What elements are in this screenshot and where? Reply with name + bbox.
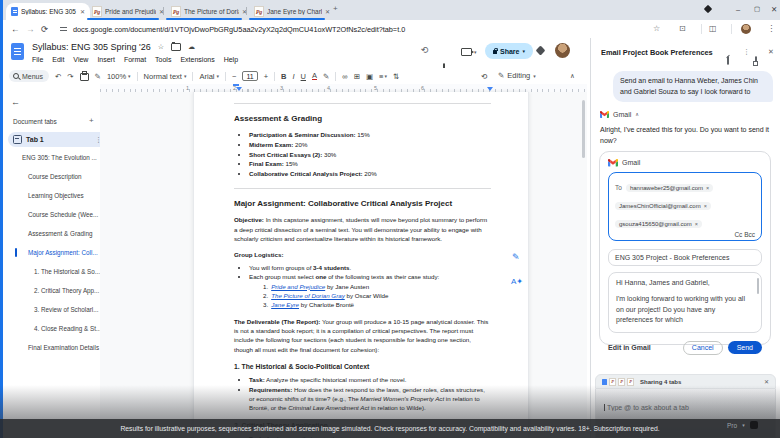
- move-to-folder-icon[interactable]: [171, 43, 181, 51]
- back-button[interactable]: ←: [11, 25, 20, 34]
- highlight-color-icon[interactable]: ✎: [323, 72, 329, 81]
- zoom-select[interactable]: 100%▾: [107, 72, 131, 81]
- outline-item[interactable]: 3. Review of Scholarl...: [34, 306, 98, 313]
- hide-outline-icon[interactable]: ←: [11, 98, 20, 107]
- paint-format-icon[interactable]: ✎: [95, 72, 101, 81]
- meet-video-icon[interactable]: ▾: [461, 48, 477, 56]
- insert-link-icon[interactable]: ∞: [342, 72, 347, 81]
- book-link-jane-eyre[interactable]: Jane Eyre: [271, 301, 299, 308]
- tab-close-icon[interactable]: ✕: [325, 8, 330, 15]
- panel-menu-icon[interactable]: ⋮: [743, 48, 750, 56]
- menu-help[interactable]: Help: [224, 56, 238, 63]
- window-maximize-button[interactable]: ▢: [754, 5, 760, 13]
- font-size-input[interactable]: 11: [242, 71, 257, 81]
- outline-item[interactable]: Assessment & Grading: [28, 230, 92, 237]
- model-selector[interactable]: Pro: [727, 422, 737, 429]
- last-edit-icon[interactable]: ⟲: [481, 72, 487, 81]
- right-indent-marker[interactable]: [487, 87, 493, 91]
- subject-field[interactable]: ENG 305 Project - Book Preferences: [608, 249, 762, 266]
- decrease-font-size-button[interactable]: −: [232, 72, 236, 81]
- book-link-pride-and-prejudice[interactable]: Pride and Prejudice: [271, 283, 325, 290]
- share-button[interactable]: Share ▾: [485, 43, 533, 59]
- edit-in-gmail-link[interactable]: Edit in Gmail: [608, 344, 651, 351]
- remove-recipient-icon[interactable]: ×: [706, 185, 709, 191]
- body-scrollbar[interactable]: [757, 278, 760, 294]
- stop-generate-button[interactable]: [750, 421, 758, 429]
- menu-edit[interactable]: Edit: [52, 56, 64, 63]
- tab-close-icon[interactable]: ✕: [80, 8, 85, 15]
- gmail-source-chip[interactable]: Gmail ∧: [600, 111, 639, 118]
- menu-view[interactable]: View: [73, 56, 88, 63]
- search-menus-button[interactable]: Menus: [9, 70, 49, 82]
- menu-file[interactable]: File: [32, 56, 43, 63]
- editing-mode-select[interactable]: ✎ Editing ▾: [498, 71, 536, 80]
- send-button[interactable]: Send: [728, 341, 762, 354]
- outline-item[interactable]: Course Schedule (Wee...: [28, 211, 98, 218]
- left-indent-marker[interactable]: [236, 87, 242, 91]
- outline-item[interactable]: 1. The Historical & So...: [34, 268, 100, 275]
- outline-item[interactable]: 4. Close Reading & St...: [34, 325, 101, 332]
- gemini-write-pen-icon[interactable]: ✎: [512, 252, 520, 262]
- tab-search-icon[interactable]: ◫: [709, 25, 717, 33]
- menu-extensions[interactable]: Extensions: [180, 56, 214, 63]
- reload-button[interactable]: ⟳: [41, 25, 48, 34]
- gemini-spark-icon[interactable]: [704, 5, 712, 13]
- version-history-icon[interactable]: ⟲: [421, 46, 429, 55]
- cc-bcc-toggle[interactable]: Cc Bcc: [615, 231, 755, 238]
- recipient-chip[interactable]: gsouza415650@gmail.com×: [615, 220, 702, 228]
- email-body-field[interactable]: Hi Hanna, James and Gabriel, I'm looking…: [608, 272, 762, 333]
- font-family-select[interactable]: Arial▾: [199, 72, 219, 81]
- add-comment-icon[interactable]: ⊞: [354, 72, 360, 81]
- gemini-polish-icon[interactable]: A✦: [511, 277, 523, 286]
- outline-item[interactable]: Learning Objectives: [28, 192, 84, 199]
- outline-item[interactable]: ENG 305: The Evolution ...: [22, 154, 97, 161]
- document-page[interactable]: Assessment & Grading Participation & Sem…: [193, 92, 529, 438]
- open-in-window-icon[interactable]: [755, 56, 757, 65]
- panel-close-icon[interactable]: ✕: [768, 48, 774, 56]
- gemini-icon[interactable]: [536, 46, 546, 56]
- insert-image-icon[interactable]: ▣: [366, 72, 373, 81]
- docs-profile-avatar[interactable]: [555, 43, 570, 58]
- sidebar-tab-1[interactable]: Tab 1 ⋮: [8, 132, 107, 147]
- undo-icon[interactable]: ↶: [55, 72, 61, 81]
- outline-item[interactable]: Final Examination Details: [28, 344, 99, 351]
- collapse-toolbar-icon[interactable]: ∧: [570, 72, 575, 80]
- address-bar[interactable]: docs.google.com/document/d/1VTOjvDwoPbGR…: [73, 25, 405, 34]
- browser-menu-icon[interactable]: ⋮: [767, 24, 776, 33]
- bold-icon[interactable]: B: [281, 72, 286, 81]
- remove-recipient-icon[interactable]: ×: [704, 203, 707, 209]
- underline-icon[interactable]: U: [301, 72, 306, 81]
- recipient-chip[interactable]: hannaweber25@gmail.com×: [626, 184, 713, 192]
- new-chat-icon[interactable]: [727, 56, 729, 65]
- outline-item[interactable]: 2. Critical Theory App...: [34, 287, 99, 294]
- increase-font-size-button[interactable]: +: [264, 72, 268, 81]
- star-document-icon[interactable]: ☆: [158, 43, 164, 51]
- window-close-button[interactable]: ✕: [771, 5, 777, 14]
- outline-item[interactable]: Course Description: [28, 173, 82, 180]
- first-line-indent-marker[interactable]: [233, 84, 239, 86]
- stop-sharing-icon[interactable]: ✕: [764, 379, 769, 385]
- align-icon[interactable]: ≡▾: [379, 72, 387, 81]
- book-link-dorian-gray[interactable]: The Picture of Dorian Gray: [271, 292, 345, 299]
- text-color-icon[interactable]: A: [312, 72, 317, 81]
- browser-profile-avatar[interactable]: [741, 24, 751, 34]
- italic-icon[interactable]: I: [292, 72, 294, 81]
- paragraph-style-select[interactable]: Normal text▾: [144, 72, 187, 81]
- menu-format[interactable]: Format: [124, 56, 146, 63]
- add-tab-icon[interactable]: +: [89, 117, 94, 125]
- bookmark-star-icon[interactable]: ☆: [653, 25, 660, 33]
- collapse-icon[interactable]: ∧: [635, 112, 639, 117]
- cancel-button[interactable]: Cancel: [683, 341, 723, 355]
- new-tab-button[interactable]: +: [333, 5, 338, 13]
- menu-insert[interactable]: Insert: [97, 56, 115, 63]
- redo-icon[interactable]: ↷: [67, 72, 73, 81]
- document-title[interactable]: Syllabus: ENG 305 Spring '26: [32, 42, 151, 52]
- gemini-prompt-input[interactable]: [604, 404, 767, 411]
- document-scrollbar[interactable]: [582, 100, 585, 158]
- outline-item-active[interactable]: Major Assignment: Coll...: [28, 249, 98, 256]
- forward-button[interactable]: →: [26, 25, 35, 34]
- browser-tab-syllabus[interactable]: Syllabus: ENG 305 Spring '26 ✕: [6, 3, 90, 20]
- google-docs-logo[interactable]: [11, 43, 24, 60]
- recipient-chip[interactable]: JamesChinOfficial@gmail.com×: [615, 202, 711, 210]
- remove-recipient-icon[interactable]: ×: [695, 221, 698, 227]
